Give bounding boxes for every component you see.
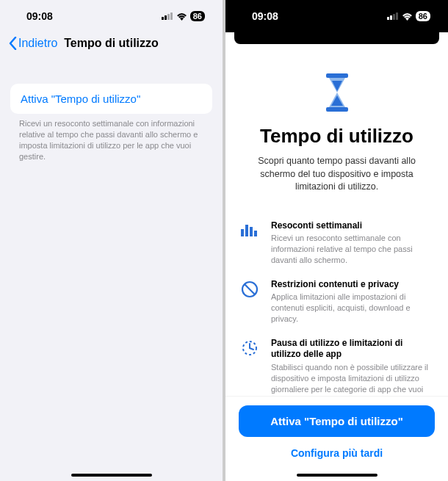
no-entry-icon bbox=[239, 279, 261, 298]
status-bar: 09:08 86 bbox=[225, 0, 448, 32]
feature-title: Pausa di utilizzo e limitazioni di utili… bbox=[271, 338, 435, 361]
svg-rect-6 bbox=[393, 14, 395, 20]
svg-rect-5 bbox=[390, 15, 392, 20]
onboarding-sheet: Tempo di utilizzo Scopri quanto tempo pa… bbox=[225, 44, 448, 481]
back-button[interactable]: Indietro bbox=[9, 37, 57, 50]
timer-icon bbox=[239, 338, 261, 357]
wifi-icon bbox=[402, 12, 413, 21]
svg-rect-2 bbox=[167, 14, 170, 20]
feature-downtime: Pausa di utilizzo e limitazioni di utili… bbox=[239, 338, 435, 406]
feature-title: Resoconti settimanali bbox=[271, 220, 435, 232]
svg-rect-11 bbox=[245, 225, 248, 236]
cellular-icon bbox=[387, 12, 399, 20]
svg-rect-4 bbox=[387, 17, 389, 20]
onboarding-screen: 09:08 86 Tempo di utilizzo Scopri quanto… bbox=[225, 0, 448, 481]
settings-screen: 09:08 86 Indietro Tempo di utilizzo Atti… bbox=[0, 0, 223, 481]
svg-rect-8 bbox=[326, 73, 348, 78]
chevron-left-icon bbox=[9, 37, 17, 50]
svg-rect-3 bbox=[170, 12, 173, 20]
sheet-subtitle: Scopri quanto tempo passi davanti allo s… bbox=[239, 155, 435, 194]
cellular-icon bbox=[162, 12, 173, 20]
status-time: 09:08 bbox=[26, 10, 53, 22]
feature-content-restrictions: Restrizioni contenuti e privacy Applica … bbox=[239, 279, 435, 325]
status-time: 09:08 bbox=[252, 10, 278, 22]
svg-rect-1 bbox=[165, 15, 167, 20]
navigation-bar: Indietro Tempo di utilizzo bbox=[0, 32, 223, 54]
svg-rect-12 bbox=[250, 227, 253, 236]
nav-title: Tempo di utilizzo bbox=[64, 37, 159, 50]
bar-chart-icon bbox=[239, 220, 261, 236]
action-bar: Attiva "Tempo di utilizzo" Configura più… bbox=[225, 397, 448, 481]
home-indicator[interactable] bbox=[71, 474, 152, 477]
status-bar: 09:08 86 bbox=[0, 0, 223, 32]
svg-line-15 bbox=[245, 284, 255, 294]
wifi-icon bbox=[176, 12, 187, 21]
footer-description: Ricevi un resoconto settimanale con info… bbox=[0, 118, 223, 162]
battery-indicator: 86 bbox=[190, 11, 205, 21]
configure-later-button[interactable]: Configura più tardi bbox=[239, 447, 435, 459]
hourglass-icon bbox=[239, 73, 435, 112]
svg-rect-13 bbox=[254, 231, 257, 236]
back-label: Indietro bbox=[18, 37, 57, 50]
home-indicator[interactable] bbox=[297, 474, 377, 477]
feature-desc: Applica limitazioni alle impostazioni di… bbox=[271, 292, 435, 325]
activate-cell[interactable]: Attiva "Tempo di utilizzo" bbox=[10, 84, 212, 114]
activate-button[interactable]: Attiva "Tempo di utilizzo" bbox=[239, 405, 435, 437]
sheet-backdrop bbox=[234, 32, 439, 44]
svg-rect-10 bbox=[241, 229, 244, 236]
status-indicators: 86 bbox=[387, 11, 430, 21]
feature-desc: Ricevi un resoconto settimanale con info… bbox=[271, 233, 435, 266]
feature-title: Restrizioni contenuti e privacy bbox=[271, 279, 435, 291]
battery-indicator: 86 bbox=[416, 11, 430, 21]
svg-rect-9 bbox=[326, 107, 348, 112]
svg-rect-0 bbox=[162, 17, 164, 20]
feature-weekly-reports: Resoconti settimanali Ricevi un resocont… bbox=[239, 220, 435, 266]
status-indicators: 86 bbox=[162, 11, 205, 21]
svg-rect-7 bbox=[396, 12, 398, 20]
sheet-title: Tempo di utilizzo bbox=[239, 125, 435, 148]
